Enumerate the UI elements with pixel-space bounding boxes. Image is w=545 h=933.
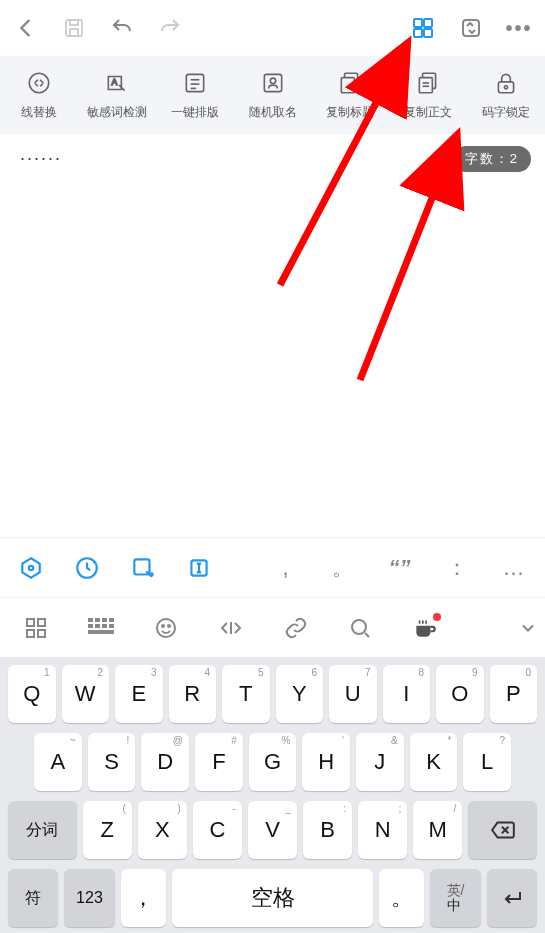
svg-rect-6 <box>424 29 432 37</box>
key-y[interactable]: Y6 <box>276 665 324 723</box>
grid-icon[interactable] <box>409 14 437 42</box>
tool-copy-title[interactable]: 复制标题 <box>311 56 389 134</box>
kb-row-3: 分词 Z(X)C-V_B:N;M/ <box>4 801 541 859</box>
key-e[interactable]: E3 <box>115 665 163 723</box>
punct-comma[interactable]: , <box>272 555 299 581</box>
svg-line-53 <box>365 633 369 637</box>
key-b[interactable]: B: <box>303 801 352 859</box>
toolbar-strip: 线替换 A 敏感词检测 一键排版 随机取名 复制标题 复制正文 码字锁定 <box>0 56 545 134</box>
link-icon[interactable] <box>284 615 308 641</box>
sensitive-icon: A <box>104 70 130 96</box>
key-backspace[interactable] <box>468 801 537 859</box>
key-a[interactable]: A~ <box>34 733 82 791</box>
key-s[interactable]: S! <box>88 733 136 791</box>
key-lang[interactable]: 英/中 <box>430 869 480 927</box>
key-f[interactable]: F# <box>195 733 243 791</box>
svg-rect-47 <box>88 630 114 634</box>
punct-colon[interactable]: ： <box>443 553 470 583</box>
svg-rect-40 <box>95 618 100 622</box>
layout-icon <box>182 70 208 96</box>
key-h[interactable]: H' <box>302 733 350 791</box>
svg-rect-7 <box>463 20 479 36</box>
key-z[interactable]: Z( <box>83 801 132 859</box>
svg-rect-17 <box>342 77 355 92</box>
coffee-icon[interactable] <box>412 615 438 641</box>
key-c[interactable]: C- <box>193 801 242 859</box>
tool-copy-body[interactable]: 复制正文 <box>389 56 467 134</box>
tool-sensitive[interactable]: A 敏感词检测 <box>78 56 156 134</box>
key-k[interactable]: K* <box>410 733 458 791</box>
svg-rect-36 <box>38 619 45 626</box>
key-j[interactable]: J& <box>356 733 404 791</box>
punct-quotes[interactable]: “” <box>386 555 413 581</box>
code-icon[interactable] <box>218 615 244 641</box>
svg-rect-0 <box>66 20 82 36</box>
key-d[interactable]: D@ <box>141 733 189 791</box>
kb-row-bottom: 符 123 ， 空格 。 英/中 <box>4 869 541 933</box>
svg-point-8 <box>29 73 49 93</box>
key-period[interactable]: 。 <box>379 869 424 927</box>
ime-keyboard-icon[interactable] <box>88 615 114 641</box>
key-p[interactable]: P0 <box>490 665 538 723</box>
note-add-icon[interactable] <box>130 555 156 581</box>
svg-point-28 <box>29 565 33 569</box>
hexagon-icon[interactable] <box>18 555 44 581</box>
editor-area[interactable]: ······ 字数：2 <box>0 134 545 537</box>
back-icon[interactable] <box>12 14 40 42</box>
timer-icon[interactable] <box>74 555 100 581</box>
tool-replace[interactable]: 线替换 <box>0 56 78 134</box>
key-n[interactable]: N; <box>358 801 407 859</box>
notification-dot <box>433 613 441 621</box>
key-x[interactable]: X) <box>138 801 187 859</box>
tool-random-name[interactable]: 随机取名 <box>234 56 312 134</box>
key-fenci[interactable]: 分词 <box>8 801 77 859</box>
svg-rect-39 <box>88 618 93 622</box>
emoji-icon[interactable] <box>154 615 178 641</box>
more-icon[interactable]: ••• <box>505 14 533 42</box>
tool-label: 线替换 <box>21 104 57 121</box>
svg-point-15 <box>270 78 275 83</box>
swap-icon[interactable] <box>457 14 485 42</box>
svg-rect-19 <box>420 77 433 92</box>
key-space[interactable]: 空格 <box>172 869 373 927</box>
tool-label: 一键排版 <box>171 104 219 121</box>
key-123[interactable]: 123 <box>64 869 114 927</box>
svg-rect-5 <box>414 29 422 37</box>
key-r[interactable]: R4 <box>169 665 217 723</box>
tool-layout[interactable]: 一键排版 <box>156 56 234 134</box>
svg-rect-43 <box>88 624 93 628</box>
key-m[interactable]: M/ <box>413 801 462 859</box>
ime-grid-icon[interactable] <box>24 615 48 641</box>
key-w[interactable]: W2 <box>62 665 110 723</box>
punct-ellipsis[interactable]: … <box>500 555 527 581</box>
svg-rect-4 <box>424 19 432 27</box>
svg-text:A: A <box>111 77 117 87</box>
key-q[interactable]: Q1 <box>8 665 56 723</box>
punct-stop[interactable]: 。 <box>329 553 356 583</box>
key-comma[interactable]: ， <box>121 869 166 927</box>
keyboard: Q1W2E3R4T5Y6U7I8O9P0 A~S!D@F#G%H'J&K*L? … <box>0 657 545 933</box>
key-u[interactable]: U7 <box>329 665 377 723</box>
tool-label: 码字锁定 <box>482 104 530 121</box>
svg-rect-38 <box>38 630 45 637</box>
tool-label: 复制正文 <box>404 104 452 121</box>
redo-icon[interactable] <box>156 14 184 42</box>
replace-icon <box>26 70 52 96</box>
key-enter[interactable] <box>487 869 537 927</box>
svg-rect-37 <box>27 630 34 637</box>
key-g[interactable]: G% <box>249 733 297 791</box>
save-icon[interactable] <box>60 14 88 42</box>
key-o[interactable]: O9 <box>436 665 484 723</box>
kb-row-2: A~S!D@F#G%H'J&K*L? <box>4 733 541 791</box>
key-symbol[interactable]: 符 <box>8 869 58 927</box>
key-v[interactable]: V_ <box>248 801 297 859</box>
chevron-down-icon[interactable] <box>518 615 538 641</box>
undo-icon[interactable] <box>108 14 136 42</box>
cursor-box-icon[interactable] <box>186 555 212 581</box>
key-t[interactable]: T5 <box>222 665 270 723</box>
svg-point-52 <box>352 620 366 634</box>
tool-lock[interactable]: 码字锁定 <box>467 56 545 134</box>
search-icon[interactable] <box>348 615 372 641</box>
key-i[interactable]: I8 <box>383 665 431 723</box>
key-l[interactable]: L? <box>463 733 511 791</box>
